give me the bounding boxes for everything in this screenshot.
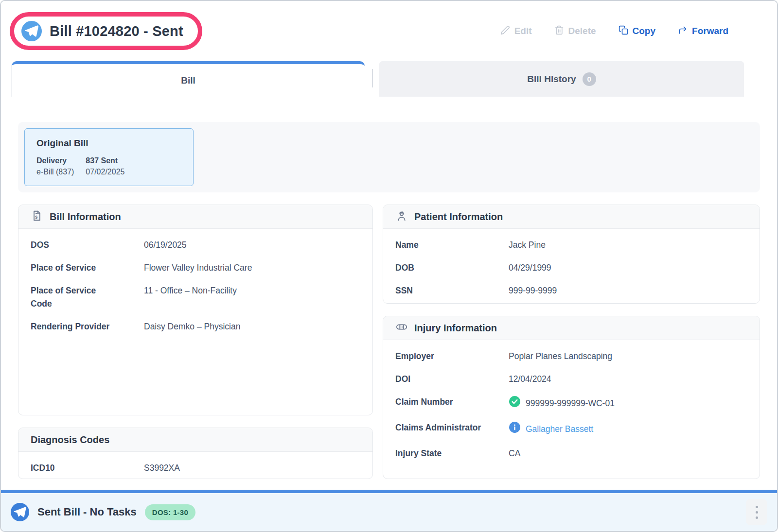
header-actions: Edit Delete Copy Forward (500, 25, 728, 37)
field-label: SSN (395, 284, 482, 297)
forward-button[interactable]: Forward (678, 25, 728, 37)
field-value: 11 - Office – Non-Facility (144, 284, 237, 297)
field-label: DOS (31, 239, 117, 252)
field-label: Claim Number (395, 395, 482, 409)
field-label: DOB (395, 261, 482, 275)
diagnosis-codes-title: Diagnosis Codes (31, 434, 109, 446)
tab-divider (372, 69, 373, 87)
field-label: Claims Administrator (395, 421, 482, 434)
field-value: Poplar Planes Landscaping (509, 350, 612, 363)
bill-content: Original Bill Delivery e-Bill (837) 837 … (1, 97, 777, 490)
bill-versions-strip: Original Bill Delivery e-Bill (837) 837 … (18, 122, 760, 192)
field-label: Employer (395, 350, 482, 363)
field-row: Place of Service Code 11 - Office – Non-… (31, 284, 360, 310)
claims-administrator-link[interactable]: Gallagher Bassett (526, 423, 593, 436)
copy-button[interactable]: Copy (619, 25, 656, 37)
copy-icon (619, 25, 628, 37)
delete-label: Delete (568, 26, 596, 36)
kebab-menu-icon (756, 506, 758, 508)
bill-information-title: Bill Information (50, 211, 121, 223)
field-value: Daisy Demko – Physician (144, 320, 240, 333)
info-circle-icon (509, 421, 521, 437)
svg-text:$: $ (35, 214, 38, 220)
delivery-method: e-Bill (837) (36, 166, 74, 177)
more-options-button[interactable] (746, 499, 767, 525)
footer-accent-line (1, 490, 777, 493)
field-row: DOB 04/29/1999 (395, 261, 747, 275)
field-label: Place of Service (31, 261, 117, 275)
pencil-icon (500, 25, 510, 37)
original-bill-card[interactable]: Original Bill Delivery e-Bill (837) 837 … (24, 128, 194, 186)
tab-gap (365, 61, 379, 97)
injury-information-panel: Injury Information Employer Poplar Plane… (383, 316, 760, 479)
info-panels-grid: $ Bill Information DOS 06/19/2025 Place … (18, 205, 760, 479)
field-row: Rendering Provider Daisy Demko – Physici… (31, 320, 360, 333)
tab-bill[interactable]: Bill (12, 61, 365, 97)
field-value: 12/04/2024 (509, 373, 551, 386)
worker-icon (395, 209, 408, 224)
diagnosis-codes-body: ICD10 S3992XA (18, 452, 372, 475)
field-row: ICD10 S3992XA (31, 462, 360, 475)
diagnosis-codes-header: Diagnosis Codes (18, 428, 372, 452)
claim-number-value: 999999-999999-WC-01 (509, 395, 615, 412)
forward-arrow-icon (678, 25, 688, 37)
page-header: Bill #1024820 - Sent Edit Delete Copy (1, 1, 777, 61)
bill-status-bar: Sent Bill - No Tasks DOS: 1-30 (1, 493, 777, 531)
field-row: Place of Service Flower Valley Industria… (31, 261, 360, 275)
field-value: Flower Valley Industrial Care (144, 261, 252, 275)
field-value: 04/29/1999 (509, 261, 551, 275)
field-label: ICD10 (31, 462, 117, 475)
original-bill-title: Original Bill (36, 138, 181, 149)
tab-bill-history[interactable]: Bill History 0 (379, 61, 744, 97)
delete-button[interactable]: Delete (554, 25, 596, 37)
claims-administrator-value: Gallagher Bassett (509, 421, 593, 437)
field-label: Rendering Provider (31, 320, 117, 333)
bill-detail-page: Bill #1024820 - Sent Edit Delete Copy (0, 0, 778, 532)
injury-information-header: Injury Information (383, 316, 760, 340)
tab-bill-history-label: Bill History (527, 74, 576, 85)
patient-information-body: Name Jack Pine DOB 04/29/1999 SSN 999-99… (383, 229, 760, 297)
copy-label: Copy (633, 26, 656, 36)
left-column: $ Bill Information DOS 06/19/2025 Place … (18, 205, 373, 479)
field-row: DOI 12/04/2024 (395, 373, 747, 386)
page-title: Bill #1024820 - Sent (50, 23, 183, 39)
bill-status-footer: Sent Bill - No Tasks DOS: 1-30 (1, 490, 777, 531)
field-label: DOI (395, 373, 482, 386)
trash-icon (554, 25, 564, 37)
patient-information-title: Patient Information (414, 211, 503, 223)
bill-status-text: Sent Bill - No Tasks (37, 506, 137, 518)
bill-title-highlight: Bill #1024820 - Sent (10, 12, 202, 50)
injury-information-body: Employer Poplar Planes Landscaping DOI 1… (383, 340, 760, 460)
dos-badge: DOS: 1-30 (145, 504, 195, 520)
field-row: Claim Number 999999-999999-WC-01 (395, 395, 747, 412)
field-label: Place of Service Code (31, 284, 117, 310)
field-row: Name Jack Pine (395, 239, 747, 252)
tab-bar: Bill Bill History 0 (1, 61, 777, 97)
field-row: DOS 06/19/2025 (31, 239, 360, 252)
edit-button[interactable]: Edit (500, 25, 532, 37)
bandage-icon (395, 321, 408, 335)
field-label: Injury State (395, 447, 482, 460)
patient-information-header: Patient Information (383, 205, 760, 229)
paper-plane-icon (11, 503, 29, 521)
check-circle-icon (509, 395, 521, 412)
field-row: SSN 999-99-9999 (395, 284, 747, 297)
field-value: 06/19/2025 (144, 239, 187, 252)
bill-information-header: $ Bill Information (18, 205, 372, 229)
original-bill-details: Delivery e-Bill (837) 837 Sent 07/02/202… (36, 155, 181, 177)
tab-bill-label: Bill (181, 75, 195, 86)
field-row: Injury State CA (395, 447, 747, 460)
edit-label: Edit (514, 26, 532, 36)
field-value: 999-99-9999 (509, 284, 557, 297)
delivery-date: 07/02/2025 (86, 166, 124, 177)
delivery-status: 837 Sent (86, 155, 124, 166)
right-column: Patient Information Name Jack Pine DOB 0… (383, 205, 760, 479)
receipt-icon: $ (31, 209, 43, 224)
history-count-badge: 0 (583, 72, 596, 86)
field-value: 999999-999999-WC-01 (526, 397, 615, 410)
paper-plane-icon (21, 21, 42, 41)
field-value: S3992XA (144, 462, 180, 475)
delivery-label: Delivery (36, 155, 74, 166)
bill-information-panel: $ Bill Information DOS 06/19/2025 Place … (18, 205, 373, 415)
patient-information-panel: Patient Information Name Jack Pine DOB 0… (383, 205, 760, 304)
